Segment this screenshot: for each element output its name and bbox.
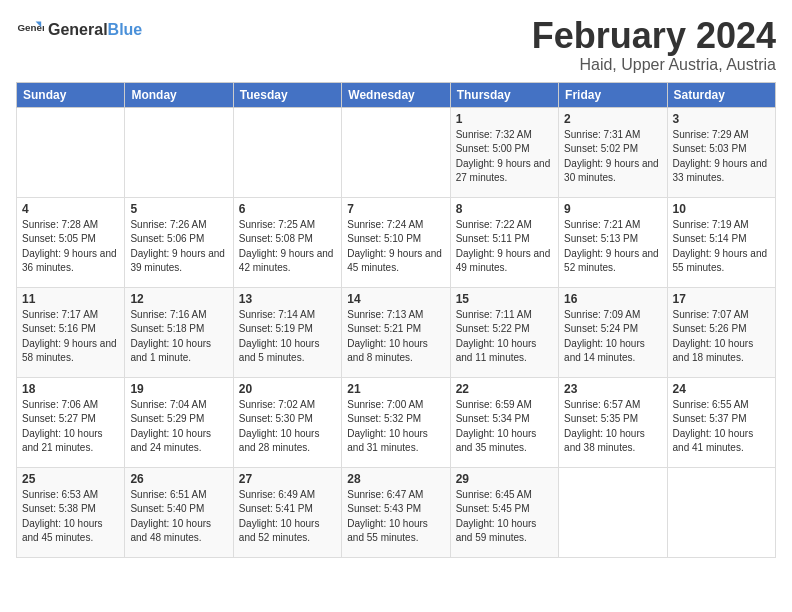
table-row	[342, 107, 450, 197]
calendar-week-row: 11 Sunrise: 7:17 AMSunset: 5:16 PMDaylig…	[17, 287, 776, 377]
calendar-week-row: 18 Sunrise: 7:06 AMSunset: 5:27 PMDaylig…	[17, 377, 776, 467]
day-number: 9	[564, 202, 661, 216]
day-detail: Sunrise: 7:26 AMSunset: 5:06 PMDaylight:…	[130, 219, 225, 274]
day-number: 24	[673, 382, 770, 396]
table-row: 17 Sunrise: 7:07 AMSunset: 5:26 PMDaylig…	[667, 287, 775, 377]
table-row: 13 Sunrise: 7:14 AMSunset: 5:19 PMDaylig…	[233, 287, 341, 377]
day-number: 5	[130, 202, 227, 216]
day-detail: Sunrise: 6:53 AMSunset: 5:38 PMDaylight:…	[22, 489, 103, 544]
day-number: 20	[239, 382, 336, 396]
header-tuesday: Tuesday	[233, 82, 341, 107]
day-number: 2	[564, 112, 661, 126]
day-detail: Sunrise: 7:32 AMSunset: 5:00 PMDaylight:…	[456, 129, 551, 184]
table-row: 19 Sunrise: 7:04 AMSunset: 5:29 PMDaylig…	[125, 377, 233, 467]
day-detail: Sunrise: 7:28 AMSunset: 5:05 PMDaylight:…	[22, 219, 117, 274]
header-thursday: Thursday	[450, 82, 558, 107]
day-number: 4	[22, 202, 119, 216]
table-row: 10 Sunrise: 7:19 AMSunset: 5:14 PMDaylig…	[667, 197, 775, 287]
table-row: 6 Sunrise: 7:25 AMSunset: 5:08 PMDayligh…	[233, 197, 341, 287]
day-detail: Sunrise: 6:59 AMSunset: 5:34 PMDaylight:…	[456, 399, 537, 454]
main-title: February 2024	[532, 16, 776, 56]
table-row: 22 Sunrise: 6:59 AMSunset: 5:34 PMDaylig…	[450, 377, 558, 467]
day-detail: Sunrise: 7:02 AMSunset: 5:30 PMDaylight:…	[239, 399, 320, 454]
day-detail: Sunrise: 7:07 AMSunset: 5:26 PMDaylight:…	[673, 309, 754, 364]
table-row	[17, 107, 125, 197]
day-number: 17	[673, 292, 770, 306]
header-wednesday: Wednesday	[342, 82, 450, 107]
day-number: 13	[239, 292, 336, 306]
day-number: 7	[347, 202, 444, 216]
table-row: 28 Sunrise: 6:47 AMSunset: 5:43 PMDaylig…	[342, 467, 450, 557]
table-row	[559, 467, 667, 557]
table-row: 29 Sunrise: 6:45 AMSunset: 5:45 PMDaylig…	[450, 467, 558, 557]
calendar-week-row: 4 Sunrise: 7:28 AMSunset: 5:05 PMDayligh…	[17, 197, 776, 287]
day-number: 1	[456, 112, 553, 126]
table-row	[233, 107, 341, 197]
table-row: 21 Sunrise: 7:00 AMSunset: 5:32 PMDaylig…	[342, 377, 450, 467]
table-row: 16 Sunrise: 7:09 AMSunset: 5:24 PMDaylig…	[559, 287, 667, 377]
logo-blue: Blue	[108, 21, 143, 38]
sub-title: Haid, Upper Austria, Austria	[532, 56, 776, 74]
day-detail: Sunrise: 6:55 AMSunset: 5:37 PMDaylight:…	[673, 399, 754, 454]
logo-icon: General	[16, 16, 44, 44]
day-number: 23	[564, 382, 661, 396]
logo: General GeneralBlue	[16, 16, 142, 44]
day-detail: Sunrise: 7:11 AMSunset: 5:22 PMDaylight:…	[456, 309, 537, 364]
table-row: 26 Sunrise: 6:51 AMSunset: 5:40 PMDaylig…	[125, 467, 233, 557]
day-detail: Sunrise: 7:14 AMSunset: 5:19 PMDaylight:…	[239, 309, 320, 364]
table-row: 4 Sunrise: 7:28 AMSunset: 5:05 PMDayligh…	[17, 197, 125, 287]
day-number: 8	[456, 202, 553, 216]
table-row: 7 Sunrise: 7:24 AMSunset: 5:10 PMDayligh…	[342, 197, 450, 287]
day-number: 18	[22, 382, 119, 396]
day-detail: Sunrise: 6:49 AMSunset: 5:41 PMDaylight:…	[239, 489, 320, 544]
table-row	[125, 107, 233, 197]
day-number: 28	[347, 472, 444, 486]
day-detail: Sunrise: 7:25 AMSunset: 5:08 PMDaylight:…	[239, 219, 334, 274]
calendar-week-row: 1 Sunrise: 7:32 AMSunset: 5:00 PMDayligh…	[17, 107, 776, 197]
day-number: 6	[239, 202, 336, 216]
day-detail: Sunrise: 7:24 AMSunset: 5:10 PMDaylight:…	[347, 219, 442, 274]
day-number: 25	[22, 472, 119, 486]
table-row: 11 Sunrise: 7:17 AMSunset: 5:16 PMDaylig…	[17, 287, 125, 377]
day-detail: Sunrise: 7:22 AMSunset: 5:11 PMDaylight:…	[456, 219, 551, 274]
day-number: 11	[22, 292, 119, 306]
logo-wordmark: GeneralBlue	[48, 21, 142, 39]
day-detail: Sunrise: 6:47 AMSunset: 5:43 PMDaylight:…	[347, 489, 428, 544]
table-row: 12 Sunrise: 7:16 AMSunset: 5:18 PMDaylig…	[125, 287, 233, 377]
day-number: 26	[130, 472, 227, 486]
day-number: 21	[347, 382, 444, 396]
table-row: 23 Sunrise: 6:57 AMSunset: 5:35 PMDaylig…	[559, 377, 667, 467]
day-detail: Sunrise: 6:57 AMSunset: 5:35 PMDaylight:…	[564, 399, 645, 454]
day-number: 3	[673, 112, 770, 126]
day-detail: Sunrise: 7:06 AMSunset: 5:27 PMDaylight:…	[22, 399, 103, 454]
page-header: General GeneralBlue February 2024 Haid, …	[16, 16, 776, 74]
day-number: 27	[239, 472, 336, 486]
table-row: 20 Sunrise: 7:02 AMSunset: 5:30 PMDaylig…	[233, 377, 341, 467]
table-row: 1 Sunrise: 7:32 AMSunset: 5:00 PMDayligh…	[450, 107, 558, 197]
header-saturday: Saturday	[667, 82, 775, 107]
table-row	[667, 467, 775, 557]
day-number: 15	[456, 292, 553, 306]
table-row: 18 Sunrise: 7:06 AMSunset: 5:27 PMDaylig…	[17, 377, 125, 467]
day-detail: Sunrise: 7:13 AMSunset: 5:21 PMDaylight:…	[347, 309, 428, 364]
day-detail: Sunrise: 6:45 AMSunset: 5:45 PMDaylight:…	[456, 489, 537, 544]
table-row: 25 Sunrise: 6:53 AMSunset: 5:38 PMDaylig…	[17, 467, 125, 557]
day-detail: Sunrise: 7:16 AMSunset: 5:18 PMDaylight:…	[130, 309, 211, 364]
day-number: 14	[347, 292, 444, 306]
table-row: 15 Sunrise: 7:11 AMSunset: 5:22 PMDaylig…	[450, 287, 558, 377]
day-detail: Sunrise: 7:04 AMSunset: 5:29 PMDaylight:…	[130, 399, 211, 454]
day-number: 22	[456, 382, 553, 396]
day-number: 12	[130, 292, 227, 306]
table-row: 5 Sunrise: 7:26 AMSunset: 5:06 PMDayligh…	[125, 197, 233, 287]
day-number: 19	[130, 382, 227, 396]
logo-general: General	[48, 21, 108, 38]
header-friday: Friday	[559, 82, 667, 107]
day-detail: Sunrise: 7:19 AMSunset: 5:14 PMDaylight:…	[673, 219, 768, 274]
title-area: February 2024 Haid, Upper Austria, Austr…	[532, 16, 776, 74]
table-row: 2 Sunrise: 7:31 AMSunset: 5:02 PMDayligh…	[559, 107, 667, 197]
table-row: 9 Sunrise: 7:21 AMSunset: 5:13 PMDayligh…	[559, 197, 667, 287]
day-detail: Sunrise: 7:09 AMSunset: 5:24 PMDaylight:…	[564, 309, 645, 364]
header-sunday: Sunday	[17, 82, 125, 107]
header-monday: Monday	[125, 82, 233, 107]
calendar-week-row: 25 Sunrise: 6:53 AMSunset: 5:38 PMDaylig…	[17, 467, 776, 557]
